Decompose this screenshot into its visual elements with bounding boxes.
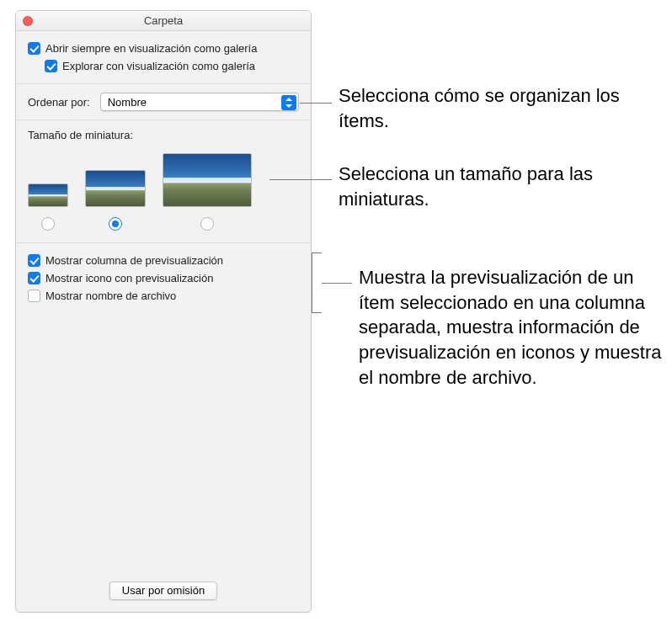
checkbox-row-browse[interactable]: Explorar con visualización como galería [28, 57, 299, 75]
use-as-defaults-button[interactable]: Usar por omisión [109, 582, 217, 600]
close-icon[interactable] [23, 16, 33, 26]
callout-thumb: Selecciona un tamaño para las miniaturas… [339, 162, 650, 211]
callout-sort: Selecciona cómo se organizan los ítems. [339, 83, 650, 133]
thumb-size-label: Tamaño de miniatura: [28, 129, 299, 141]
sort-label: Ordenar por: [28, 96, 90, 109]
thumb-radio-small[interactable] [41, 217, 55, 231]
section-sort: Ordenar por: Nombre [16, 84, 311, 120]
thumb-preview-medium [85, 170, 146, 207]
checkbox-row-filename[interactable]: Mostrar nombre de archivo [28, 287, 299, 305]
view-options-window: Carpeta Abrir siempre en visualización c… [15, 10, 312, 613]
callout-lead-checks [322, 283, 352, 284]
section-open-mode: Abrir siempre en visualización como gale… [16, 31, 311, 84]
callout-lead-thumb [269, 179, 332, 180]
checkbox-icon-preview[interactable] [28, 272, 40, 284]
checkbox-row-icon-preview[interactable]: Mostrar icono con previsualización [28, 269, 299, 287]
checkbox-browse[interactable] [45, 60, 57, 72]
checkbox-label: Abrir siempre en visualización como gale… [45, 42, 257, 55]
sort-popup[interactable]: Nombre [100, 93, 299, 111]
thumb-preview-small [28, 183, 68, 207]
callout-checks: Muestra la previsualización de un ítem s… [359, 265, 662, 390]
checkbox-open-always[interactable] [28, 42, 40, 55]
checkbox-filename[interactable] [28, 290, 40, 302]
checkbox-label: Mostrar nombre de archivo [45, 290, 176, 302]
thumb-radio-large[interactable] [200, 217, 214, 231]
checkbox-label: Mostrar columna de previsualización [45, 254, 223, 267]
section-thumb-size: Tamaño de miniatura: [16, 120, 311, 243]
updown-icon [281, 95, 296, 110]
checkbox-preview-column[interactable] [28, 254, 40, 267]
checkbox-row-open-always[interactable]: Abrir siempre en visualización como gale… [28, 40, 299, 57]
titlebar: Carpeta [16, 11, 311, 31]
window-title: Carpeta [144, 14, 183, 27]
callout-bracket-checks [312, 252, 322, 313]
checkbox-label: Mostrar icono con previsualización [45, 272, 213, 284]
button-label: Usar por omisión [122, 584, 205, 597]
thumb-preview-large [163, 153, 252, 207]
checkbox-label: Explorar con visualización como galería [62, 60, 255, 72]
section-view-options: Mostrar columna de previsualización Most… [16, 243, 311, 612]
sort-value: Nombre [108, 96, 147, 109]
thumb-radio-medium[interactable] [109, 217, 122, 231]
checkbox-row-preview-column[interactable]: Mostrar columna de previsualización [28, 252, 299, 269]
callout-lead-sort [300, 103, 332, 104]
